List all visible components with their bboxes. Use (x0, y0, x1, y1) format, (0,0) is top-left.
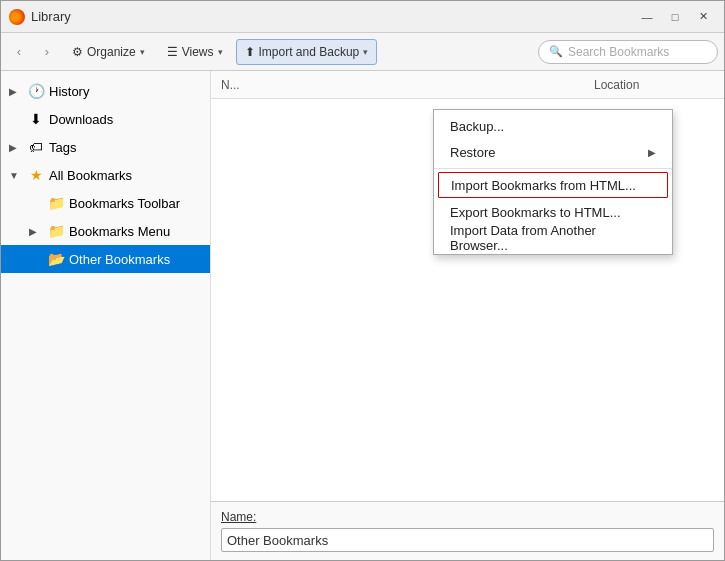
sidebar-item-downloads[interactable]: ⬇ Downloads (1, 105, 210, 133)
organize-dropdown-arrow: ▾ (140, 47, 145, 57)
history-label: History (49, 84, 89, 99)
sidebar-item-tags[interactable]: ▶ 🏷 Tags (1, 133, 210, 161)
history-icon: 🕐 (27, 83, 45, 99)
minimize-button[interactable]: — (634, 7, 660, 27)
main-area: ▶ 🕐 History ⬇ Downloads ▶ 🏷 Tags ▼ ★ All… (1, 71, 724, 560)
bookmarks-toolbar-icon: 📁 (47, 195, 65, 211)
menu-item-export-html[interactable]: Export Bookmarks to HTML... (434, 199, 672, 225)
downloads-icon: ⬇ (27, 111, 45, 127)
search-box[interactable]: 🔍 Search Bookmarks (538, 40, 718, 64)
menu-item-import-html[interactable]: Import Bookmarks from HTML... (438, 172, 668, 198)
menu-item-backup[interactable]: Backup... (434, 113, 672, 139)
bookmarks-menu-icon: 📁 (47, 223, 65, 239)
window-controls: — □ ✕ (634, 7, 716, 27)
tags-label: Tags (49, 140, 76, 155)
search-placeholder: Search Bookmarks (568, 45, 669, 59)
bookmarks-toolbar-label: Bookmarks Toolbar (69, 196, 180, 211)
downloads-label: Downloads (49, 112, 113, 127)
export-html-label: Export Bookmarks to HTML... (450, 205, 621, 220)
other-bookmarks-icon: 📂 (47, 251, 65, 267)
import-html-label: Import Bookmarks from HTML... (451, 178, 636, 193)
sidebar-item-history[interactable]: ▶ 🕐 History (1, 77, 210, 105)
import-backup-label: Import and Backup (259, 45, 360, 59)
views-label: Views (182, 45, 214, 59)
toolbar: ‹ › ⚙ Organize ▾ ☰ Views ▾ ⬆ Import and … (1, 33, 724, 71)
content-pane: N... Location Name: Backup... Restore ▶ (211, 71, 724, 560)
menu-item-import-other[interactable]: Import Data from Another Browser... (434, 225, 672, 251)
col-location-header: Location (594, 78, 714, 92)
all-bookmarks-expand-arrow: ▼ (9, 170, 23, 181)
organize-label: Organize (87, 45, 136, 59)
window-title: Library (31, 9, 634, 24)
import-icon: ⬆ (245, 45, 255, 59)
bookmarks-menu-expand-arrow: ▶ (29, 226, 43, 237)
name-input[interactable] (221, 528, 714, 552)
backup-label: Backup... (450, 119, 504, 134)
sidebar: ▶ 🕐 History ⬇ Downloads ▶ 🏷 Tags ▼ ★ All… (1, 71, 211, 560)
titlebar: Library — □ ✕ (1, 1, 724, 33)
library-window: Library — □ ✕ ‹ › ⚙ Organize ▾ ☰ Views ▾… (0, 0, 725, 561)
forward-button[interactable]: › (35, 40, 59, 64)
bookmarks-menu-label: Bookmarks Menu (69, 224, 170, 239)
import-other-label: Import Data from Another Browser... (450, 223, 656, 253)
sidebar-item-all-bookmarks[interactable]: ▼ ★ All Bookmarks (1, 161, 210, 189)
tags-expand-arrow: ▶ (9, 142, 23, 153)
views-button[interactable]: ☰ Views ▾ (158, 39, 232, 65)
content-header: N... Location (211, 71, 724, 99)
restore-label: Restore (450, 145, 496, 160)
organize-button[interactable]: ⚙ Organize ▾ (63, 39, 154, 65)
import-dropdown-arrow: ▾ (363, 47, 368, 57)
sidebar-item-bookmarks-toolbar[interactable]: 📁 Bookmarks Toolbar (1, 189, 210, 217)
menu-separator-1 (434, 168, 672, 169)
history-expand-arrow: ▶ (9, 86, 23, 97)
all-bookmarks-label: All Bookmarks (49, 168, 132, 183)
views-dropdown-arrow: ▾ (218, 47, 223, 57)
bottom-bar: Name: (211, 501, 724, 560)
menu-item-restore[interactable]: Restore ▶ (434, 139, 672, 165)
restore-arrow: ▶ (648, 147, 656, 158)
views-icon: ☰ (167, 45, 178, 59)
import-backup-button[interactable]: ⬆ Import and Backup ▾ (236, 39, 378, 65)
tags-icon: 🏷 (27, 139, 45, 155)
sidebar-item-other-bookmarks[interactable]: 📂 Other Bookmarks (1, 245, 210, 273)
maximize-button[interactable]: □ (662, 7, 688, 27)
import-backup-dropdown: Backup... Restore ▶ Import Bookmarks fro… (433, 109, 673, 255)
back-button[interactable]: ‹ (7, 40, 31, 64)
name-label: Name: (221, 510, 714, 524)
close-button[interactable]: ✕ (690, 7, 716, 27)
search-icon: 🔍 (549, 45, 563, 58)
all-bookmarks-icon: ★ (27, 167, 45, 183)
gear-icon: ⚙ (72, 45, 83, 59)
col-name-header: N... (221, 78, 594, 92)
sidebar-item-bookmarks-menu[interactable]: ▶ 📁 Bookmarks Menu (1, 217, 210, 245)
app-icon (9, 9, 25, 25)
other-bookmarks-label: Other Bookmarks (69, 252, 170, 267)
